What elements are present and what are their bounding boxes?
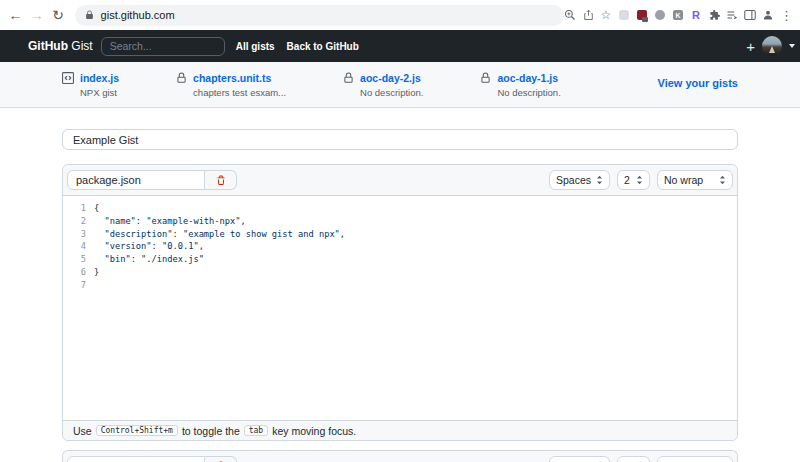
browser-reload-button[interactable]: ↻ (50, 7, 65, 23)
gist-description-input[interactable] (62, 129, 738, 150)
code-line[interactable]: 5 "bin": "./index.js" (63, 253, 737, 266)
avatar-caret-icon[interactable] (789, 44, 795, 48)
code-line[interactable]: 1{ (63, 202, 737, 215)
trash-icon (216, 175, 226, 186)
code-editor[interactable]: 1{2 "name": "example-with-npx",3 "descri… (63, 196, 737, 420)
browser-forward-button[interactable]: → (29, 7, 44, 23)
line-number: 7 (63, 279, 86, 292)
site-lock-icon (85, 10, 94, 20)
recent-gist-item[interactable]: chapters.unit.ts chapters test esxam... (176, 71, 286, 99)
select-caret-icon (719, 175, 726, 185)
wrap-mode-select[interactable]: No wrap (657, 170, 733, 190)
editor-hint-bar: Use Control+Shift+m to toggle the tab ke… (63, 420, 737, 440)
address-bar[interactable]: gist.github.com (75, 5, 564, 26)
filename-input[interactable] (67, 170, 205, 190)
wrap-mode-select-2[interactable]: No wrap (657, 456, 733, 462)
indent-mode-select[interactable]: Spaces (549, 170, 610, 190)
gist-title[interactable]: chapters.unit.ts (193, 71, 286, 85)
extension-r-icon[interactable]: R (690, 9, 702, 22)
code-line[interactable]: 3 "description": "example to show gist a… (63, 228, 737, 241)
zoom-icon[interactable] (564, 9, 576, 22)
code-line[interactable]: 7 (63, 279, 737, 292)
filename-input-2[interactable] (67, 456, 205, 462)
extensions-puzzle-icon[interactable] (708, 9, 720, 22)
gist-desc: chapters test esxam... (193, 86, 286, 99)
file-panel-2-header: Spaces 2 No wrap (63, 451, 737, 462)
browser-menu-icon[interactable]: ⋮ (780, 9, 792, 22)
share-icon[interactable] (582, 9, 594, 22)
line-number: 5 (63, 253, 86, 266)
recent-gists-bar: index.js NPX gist chapters.unit.ts chapt… (0, 62, 800, 108)
select-caret-icon (636, 175, 643, 185)
extension-circle-icon[interactable] (654, 9, 666, 22)
gist-title[interactable]: index.js (80, 71, 119, 85)
github-gist-logo[interactable]: GitHub Gist (28, 39, 93, 53)
github-gist-header: GitHub Gist All gists Back to GitHub + (0, 30, 800, 62)
indent-mode-select-2[interactable]: Spaces (549, 456, 610, 462)
file-panel-header: Spaces 2 No wrap (63, 165, 737, 196)
extension-red-icon[interactable] (636, 9, 648, 22)
kbd-shortcut: Control+Shift+m (96, 425, 178, 436)
profile-icon[interactable] (762, 9, 774, 22)
delete-file-2-button[interactable] (205, 456, 237, 462)
delete-file-button[interactable] (205, 170, 237, 190)
indent-size-select[interactable]: 2 (617, 170, 650, 190)
gist-title[interactable]: aoc-day-2.js (360, 71, 423, 85)
gist-desc: No description. (497, 86, 560, 99)
browser-toolbar: ← → ↻ gist.github.com ☆ K R ⋮ (0, 0, 800, 30)
lock-icon (480, 72, 491, 99)
line-number: 3 (63, 228, 86, 241)
tab-list-icon[interactable] (726, 9, 738, 22)
code-line[interactable]: 6} (63, 266, 737, 279)
view-your-gists-link[interactable]: View your gists (658, 77, 739, 89)
gist-editor: Spaces 2 No wrap 1{2 "name": "example-wi… (0, 108, 800, 462)
search-input[interactable] (101, 37, 225, 56)
file-panel: Spaces 2 No wrap 1{2 "name": "example-wi… (62, 164, 738, 441)
extension-gray-icon[interactable] (618, 9, 630, 22)
nav-back-to-github[interactable]: Back to GitHub (287, 41, 359, 52)
side-panel-icon[interactable] (744, 9, 756, 22)
avatar[interactable] (762, 36, 782, 56)
extension-k-icon[interactable]: K (672, 9, 684, 22)
recent-gist-item[interactable]: index.js NPX gist (62, 71, 119, 99)
recent-gist-item[interactable]: aoc-day-1.js No description. (480, 71, 560, 99)
code-line[interactable]: 2 "name": "example-with-npx", (63, 215, 737, 228)
indent-size-select-2[interactable]: 2 (617, 456, 650, 462)
code-square-icon (62, 72, 74, 99)
browser-back-button[interactable]: ← (8, 7, 23, 23)
code-line[interactable]: 4 "version": "0.0.1", (63, 240, 737, 253)
line-number: 6 (63, 266, 86, 279)
nav-all-gists[interactable]: All gists (236, 41, 275, 52)
file-panel-2: Spaces 2 No wrap (62, 450, 738, 462)
bookmark-star-icon[interactable]: ☆ (600, 9, 612, 22)
lock-icon (343, 72, 354, 99)
line-number: 1 (63, 202, 86, 215)
gist-title[interactable]: aoc-day-1.js (497, 71, 560, 85)
line-number: 2 (63, 215, 86, 228)
gist-desc: No description. (360, 86, 423, 99)
recent-gist-item[interactable]: aoc-day-2.js No description. (343, 71, 423, 99)
gist-desc: NPX gist (80, 86, 119, 99)
lock-icon (176, 72, 187, 99)
url-text: gist.github.com (101, 9, 175, 21)
new-gist-button[interactable]: + (746, 38, 755, 55)
line-number: 4 (63, 240, 86, 253)
kbd-tab: tab (244, 425, 268, 436)
select-caret-icon (596, 175, 603, 185)
